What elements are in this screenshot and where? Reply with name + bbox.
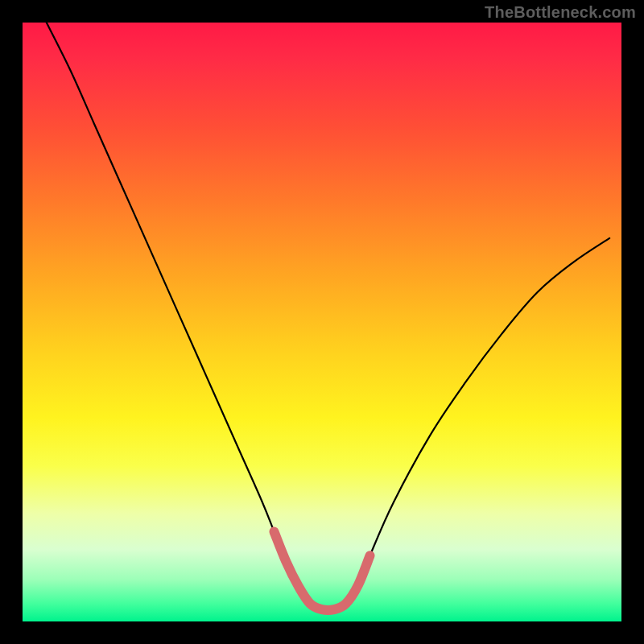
- plot-area: [23, 23, 621, 621]
- valley-accent-path: [274, 531, 369, 610]
- bottleneck-curve-path: [47, 23, 609, 610]
- chart-svg: [23, 23, 621, 621]
- chart-frame: TheBottleneck.com: [0, 0, 644, 644]
- watermark-text: TheBottleneck.com: [485, 3, 636, 22]
